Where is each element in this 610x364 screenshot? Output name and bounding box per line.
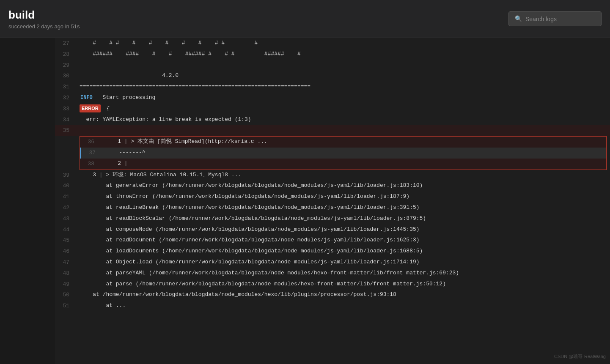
line-number: 51 [55, 301, 76, 312]
line-number: 35 [55, 125, 76, 136]
log-content[interactable]: 27 # # # # # # # # # # # 28 ###### #### … [55, 38, 610, 364]
log-row: 46 at loadDocuments (/home/runner/work/b… [55, 246, 610, 257]
log-row: 51 at ... [55, 301, 610, 312]
log-row: 27 # # # # # # # # # # # [55, 38, 610, 49]
log-row: 39 3 | > 环境: MacOS_Cetalina_10.15.1、Mysq… [55, 170, 610, 181]
line-number: 39 [55, 170, 76, 181]
line-number: 43 [55, 213, 76, 224]
line-number: 27 [55, 38, 76, 49]
log-text: at readBlockScalar (/home/runner/work/bl… [76, 213, 610, 224]
log-text: at /home/runner/work/blogdata/blogdata/n… [76, 290, 610, 300]
log-text: at ... [76, 301, 610, 311]
line-number: 38 [80, 159, 101, 170]
line-number: 28 [55, 49, 76, 60]
log-text: -------^ [102, 148, 606, 158]
search-box[interactable]: 🔍 [508, 11, 602, 26]
log-text: INFO Start processing [76, 93, 610, 103]
log-row: 32 INFO Start processing [55, 93, 610, 104]
log-row: 45 at readDocument (/home/runner/work/bl… [55, 235, 610, 246]
line-number: 41 [55, 192, 76, 203]
log-row: 29 [55, 60, 610, 71]
line-number: 32 [55, 93, 76, 104]
log-text [76, 60, 610, 71]
log-text: ###### #### # # ###### # # # ###### # [76, 49, 610, 60]
log-row: 30 4.2.0 [55, 71, 610, 82]
log-area: 27 # # # # # # # # # # # 28 ###### #### … [0, 38, 610, 364]
log-text: at generateError (/home/runner/work/blog… [76, 181, 610, 191]
page-header: build succeeded 2 days ago in 51s 🔍 [0, 0, 610, 38]
log-row: 47 at Object.load (/home/runner/work/blo… [55, 257, 610, 268]
line-number: 31 [55, 82, 76, 93]
page-title: build [8, 8, 80, 22]
line-number: 50 [55, 290, 76, 301]
log-row: 42 at readLineBreak (/home/runner/work/b… [55, 203, 610, 213]
log-row: 50 at /home/runner/work/blogdata/blogdat… [55, 290, 610, 301]
log-text: # # # # # # # # # # # [76, 38, 610, 49]
line-number: 40 [55, 181, 76, 192]
line-number: 45 [55, 235, 76, 246]
log-text: ERROR { [76, 104, 610, 114]
log-text: at composeNode (/home/runner/work/blogda… [76, 224, 610, 235]
log-text: at throwError (/home/runner/work/blogdat… [76, 192, 610, 202]
watermark: CSDN @瑞哥-RealWang [554, 353, 606, 360]
line-number: 49 [55, 279, 76, 290]
log-text: 2 | [101, 159, 606, 169]
log-text: 4.2.0 [76, 71, 610, 81]
log-text: err: YAMLException: a line break is expe… [76, 115, 610, 125]
sidebar [0, 38, 55, 364]
log-row: 49 at parse (/home/runner/work/blogdata/… [55, 279, 610, 290]
info-badge: INFO [80, 93, 93, 102]
line-number: 36 [80, 137, 101, 148]
log-text: at parse (/home/runner/work/blogdata/blo… [76, 279, 610, 290]
search-icon: 🔍 [515, 15, 522, 22]
line-number: 30 [55, 71, 76, 82]
log-row: 28 ###### #### # # ###### # # # ###### # [55, 49, 610, 60]
log-row: 43 at readBlockScalar (/home/runner/work… [55, 213, 610, 224]
search-input[interactable] [525, 16, 595, 22]
log-text: ========================================… [76, 82, 610, 92]
log-row: 40 at generateError (/home/runner/work/b… [55, 181, 610, 192]
line-number: 42 [55, 203, 76, 213]
page-subtitle: succeeded 2 days ago in 51s [8, 23, 80, 30]
log-row: 31 =====================================… [55, 82, 610, 93]
line-number: 34 [55, 115, 76, 126]
error-badge: ERROR [80, 104, 101, 113]
log-text: 1 | > 本文由 [简悦 SimpRead](http://ksria.c .… [101, 137, 606, 147]
line-number: 44 [55, 224, 76, 235]
line-number: 47 [55, 257, 76, 268]
log-text: at Object.load (/home/runner/work/blogda… [76, 257, 610, 268]
log-row-block-inner: 37 -------^ [80, 148, 606, 159]
log-row: 44 at composeNode (/home/runner/work/blo… [55, 224, 610, 235]
line-number: 33 [55, 104, 76, 115]
line-number: 29 [55, 60, 76, 71]
log-text: at readLineBreak (/home/runner/work/blog… [76, 203, 610, 213]
line-number: 37 [81, 148, 102, 159]
log-row: 34 err: YAMLException: a line break is e… [55, 115, 610, 126]
line-number: 46 [55, 246, 76, 257]
log-text: at readDocument (/home/runner/work/blogd… [76, 235, 610, 246]
log-text [76, 125, 610, 136]
line-number: 48 [55, 268, 76, 279]
log-text: 3 | > 环境: MacOS_Cetalina_10.15.1、Mysql8 … [76, 170, 610, 181]
log-row-block: 35 [55, 125, 610, 136]
log-row-error: 33 ERROR { [55, 104, 610, 115]
log-text: at loadDocuments (/home/runner/work/blog… [76, 246, 610, 257]
log-row: 41 at throwError (/home/runner/work/blog… [55, 192, 610, 203]
log-row-block-inner: 38 2 | [80, 159, 606, 170]
log-row: 48 at parseYAML (/home/runner/work/blogd… [55, 268, 610, 279]
log-row-block-inner: 36 1 | > 本文由 [简悦 SimpRead](http://ksria.… [80, 137, 606, 148]
log-text: at parseYAML (/home/runner/work/blogdata… [76, 268, 610, 279]
error-block: 36 1 | > 本文由 [简悦 SimpRead](http://ksria.… [80, 136, 607, 170]
header-left: build succeeded 2 days ago in 51s [8, 8, 80, 30]
